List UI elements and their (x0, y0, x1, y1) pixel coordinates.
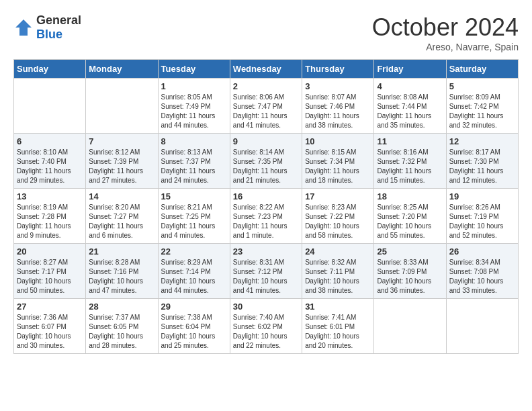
table-row: 9 Sunrise: 8:14 AM Sunset: 7:35 PM Dayli… (230, 134, 302, 189)
daylight: Daylight: 10 hours and 58 minutes. (305, 222, 359, 239)
table-row: 31 Sunrise: 7:41 AM Sunset: 6:01 PM Dayl… (302, 299, 374, 354)
header-sunday: Sunday (14, 60, 86, 79)
sunset: Sunset: 7:34 PM (305, 158, 355, 165)
sunrise: Sunrise: 8:06 AM (233, 93, 284, 101)
calendar-week-row: 13 Sunrise: 8:19 AM Sunset: 7:28 PM Dayl… (14, 189, 519, 244)
table-row: 8 Sunrise: 8:13 AM Sunset: 7:37 PM Dayli… (158, 134, 230, 189)
sunrise: Sunrise: 8:32 AM (305, 259, 356, 266)
sunrise: Sunrise: 8:29 AM (161, 259, 212, 266)
day-number: 27 (17, 302, 83, 312)
daylight: Daylight: 11 hours and 15 minutes. (377, 167, 431, 184)
day-number: 12 (449, 136, 515, 146)
daylight: Daylight: 10 hours and 44 minutes. (161, 277, 216, 294)
daylight: Daylight: 10 hours and 55 minutes. (377, 222, 431, 239)
day-number: 31 (305, 302, 371, 312)
sunset: Sunset: 7:37 PM (161, 158, 211, 165)
sunrise: Sunrise: 8:28 AM (89, 259, 140, 266)
sunrise: Sunrise: 8:33 AM (377, 259, 428, 266)
header-tuesday: Tuesday (158, 60, 230, 79)
logo-blue: Blue (36, 28, 62, 41)
day-number: 1 (161, 81, 227, 91)
table-row: 5 Sunrise: 8:09 AM Sunset: 7:42 PM Dayli… (446, 79, 518, 134)
sunrise: Sunrise: 8:16 AM (377, 148, 428, 156)
day-number: 3 (305, 81, 371, 91)
day-info: Sunrise: 8:12 AM Sunset: 7:39 PM Dayligh… (89, 148, 154, 185)
day-number: 28 (89, 302, 154, 312)
table-row: 12 Sunrise: 8:17 AM Sunset: 7:30 PM Dayl… (446, 134, 518, 189)
daylight: Daylight: 11 hours and 12 minutes. (449, 167, 504, 184)
table-row: 3 Sunrise: 8:07 AM Sunset: 7:46 PM Dayli… (302, 79, 374, 134)
calendar-week-row: 27 Sunrise: 7:36 AM Sunset: 6:07 PM Dayl… (14, 299, 519, 354)
table-row: 13 Sunrise: 8:19 AM Sunset: 7:28 PM Dayl… (14, 189, 86, 244)
sunrise: Sunrise: 8:13 AM (161, 148, 212, 156)
day-info: Sunrise: 8:10 AM Sunset: 7:40 PM Dayligh… (17, 148, 83, 185)
page-header: General Blue October 2024 Areso, Navarre… (13, 13, 519, 52)
day-info: Sunrise: 8:17 AM Sunset: 7:30 PM Dayligh… (449, 148, 515, 185)
day-info: Sunrise: 8:26 AM Sunset: 7:19 PM Dayligh… (449, 203, 515, 240)
svg-marker-0 (15, 19, 32, 36)
day-number: 22 (161, 246, 227, 257)
day-info: Sunrise: 8:16 AM Sunset: 7:32 PM Dayligh… (377, 148, 443, 185)
sunrise: Sunrise: 8:10 AM (17, 148, 68, 156)
day-number: 7 (89, 136, 154, 146)
sunset: Sunset: 7:27 PM (89, 213, 138, 220)
sunset: Sunset: 7:47 PM (233, 103, 283, 110)
month-title: October 2024 (372, 13, 519, 42)
day-number: 10 (305, 136, 371, 146)
daylight: Daylight: 11 hours and 18 minutes. (305, 167, 359, 184)
day-number: 2 (233, 81, 299, 91)
table-row: 17 Sunrise: 8:23 AM Sunset: 7:22 PM Dayl… (302, 189, 374, 244)
sunset: Sunset: 6:02 PM (233, 323, 283, 330)
sunset: Sunset: 7:44 PM (377, 103, 427, 110)
header-thursday: Thursday (302, 60, 374, 79)
table-row (374, 299, 446, 354)
sunset: Sunset: 7:42 PM (449, 103, 499, 110)
table-row: 28 Sunrise: 7:37 AM Sunset: 6:05 PM Dayl… (86, 299, 158, 354)
table-row: 1 Sunrise: 8:05 AM Sunset: 7:49 PM Dayli… (158, 79, 230, 134)
day-info: Sunrise: 8:23 AM Sunset: 7:22 PM Dayligh… (305, 203, 371, 240)
daylight: Daylight: 10 hours and 33 minutes. (449, 277, 504, 294)
sunrise: Sunrise: 8:09 AM (449, 93, 500, 101)
day-number: 19 (449, 191, 515, 201)
daylight: Daylight: 11 hours and 27 minutes. (89, 167, 143, 184)
day-info: Sunrise: 8:29 AM Sunset: 7:14 PM Dayligh… (161, 258, 227, 295)
day-number: 13 (17, 191, 83, 201)
sunrise: Sunrise: 8:07 AM (305, 93, 356, 101)
sunset: Sunset: 7:30 PM (449, 158, 499, 165)
table-row (446, 299, 518, 354)
day-info: Sunrise: 8:19 AM Sunset: 7:28 PM Dayligh… (17, 203, 83, 240)
day-info: Sunrise: 7:38 AM Sunset: 6:04 PM Dayligh… (161, 313, 227, 351)
logo: General Blue (13, 13, 81, 42)
header-saturday: Saturday (446, 60, 518, 79)
day-number: 24 (305, 246, 371, 257)
sunset: Sunset: 7:32 PM (377, 158, 427, 165)
day-info: Sunrise: 8:34 AM Sunset: 7:08 PM Dayligh… (449, 258, 515, 295)
table-row: 10 Sunrise: 8:15 AM Sunset: 7:34 PM Dayl… (302, 134, 374, 189)
calendar-week-row: 6 Sunrise: 8:10 AM Sunset: 7:40 PM Dayli… (14, 134, 519, 189)
day-info: Sunrise: 8:05 AM Sunset: 7:49 PM Dayligh… (161, 93, 227, 130)
table-row: 26 Sunrise: 8:34 AM Sunset: 7:08 PM Dayl… (446, 244, 518, 299)
table-row: 18 Sunrise: 8:25 AM Sunset: 7:20 PM Dayl… (374, 189, 446, 244)
table-row (86, 79, 158, 134)
day-number: 21 (89, 246, 154, 257)
day-number: 6 (17, 136, 83, 146)
day-number: 9 (233, 136, 299, 146)
header-wednesday: Wednesday (230, 60, 302, 79)
table-row: 15 Sunrise: 8:21 AM Sunset: 7:25 PM Dayl… (158, 189, 230, 244)
sunset: Sunset: 6:07 PM (17, 323, 66, 330)
day-info: Sunrise: 8:15 AM Sunset: 7:34 PM Dayligh… (305, 148, 371, 185)
sunset: Sunset: 7:25 PM (161, 213, 211, 220)
header-monday: Monday (86, 60, 158, 79)
sunset: Sunset: 7:40 PM (17, 158, 66, 165)
title-block: October 2024 Areso, Navarre, Spain (372, 13, 519, 52)
location-subtitle: Areso, Navarre, Spain (372, 42, 519, 52)
table-row: 6 Sunrise: 8:10 AM Sunset: 7:40 PM Dayli… (14, 134, 86, 189)
sunrise: Sunrise: 8:15 AM (305, 148, 356, 156)
calendar-header-row: Sunday Monday Tuesday Wednesday Thursday… (14, 60, 519, 79)
daylight: Daylight: 11 hours and 38 minutes. (305, 112, 359, 129)
sunrise: Sunrise: 8:23 AM (305, 203, 356, 211)
daylight: Daylight: 10 hours and 22 minutes. (233, 332, 287, 349)
sunset: Sunset: 6:04 PM (161, 323, 211, 330)
sunset: Sunset: 6:05 PM (89, 323, 138, 330)
sunset: Sunset: 7:39 PM (89, 158, 138, 165)
